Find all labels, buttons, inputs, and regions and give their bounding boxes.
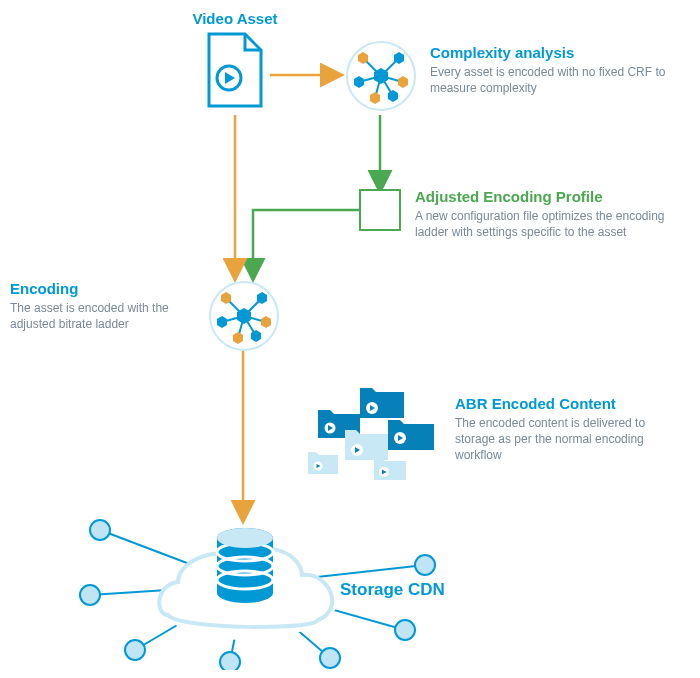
encoding-title: Encoding: [10, 280, 195, 298]
adjusted-profile-desc: A new configuration file optimizes the e…: [415, 208, 690, 240]
adjusted-profile-label: Adjusted Encoding Profile A new configur…: [415, 188, 690, 240]
svg-point-42: [90, 520, 110, 540]
svg-point-47: [395, 620, 415, 640]
abr-label: ABR Encoded Content The encoded content …: [455, 395, 685, 464]
svg-point-59: [217, 528, 273, 548]
complexity-label: Complexity analysis Every asset is encod…: [430, 44, 670, 96]
svg-point-45: [220, 652, 240, 670]
complexity-desc: Every asset is encoded with no fixed CRF…: [430, 64, 670, 96]
encoding-desc: The asset is encoded with the adjusted b…: [10, 300, 195, 332]
svg-point-43: [80, 585, 100, 605]
abr-title: ABR Encoded Content: [455, 395, 685, 413]
video-asset-label: Video Asset: [160, 10, 310, 28]
encoding-network-icon: [208, 280, 280, 352]
abr-desc: The encoded content is delivered to stor…: [455, 415, 685, 464]
video-file-icon: [205, 32, 265, 110]
video-asset-title: Video Asset: [160, 10, 310, 28]
complexity-title: Complexity analysis: [430, 44, 670, 62]
adjusted-profile-title: Adjusted Encoding Profile: [415, 188, 690, 206]
adjusted-profile-box-icon: [360, 190, 400, 230]
complexity-network-icon: [345, 40, 417, 112]
storage-title: Storage CDN: [340, 580, 445, 600]
svg-point-46: [320, 648, 340, 668]
svg-point-48: [415, 555, 435, 575]
encoding-label: Encoding The asset is encoded with the a…: [10, 280, 195, 332]
arrow-profile-to-encoding: [253, 210, 360, 278]
abr-folders-icon: [300, 380, 450, 490]
storage-label: Storage CDN: [340, 580, 445, 600]
svg-point-44: [125, 640, 145, 660]
